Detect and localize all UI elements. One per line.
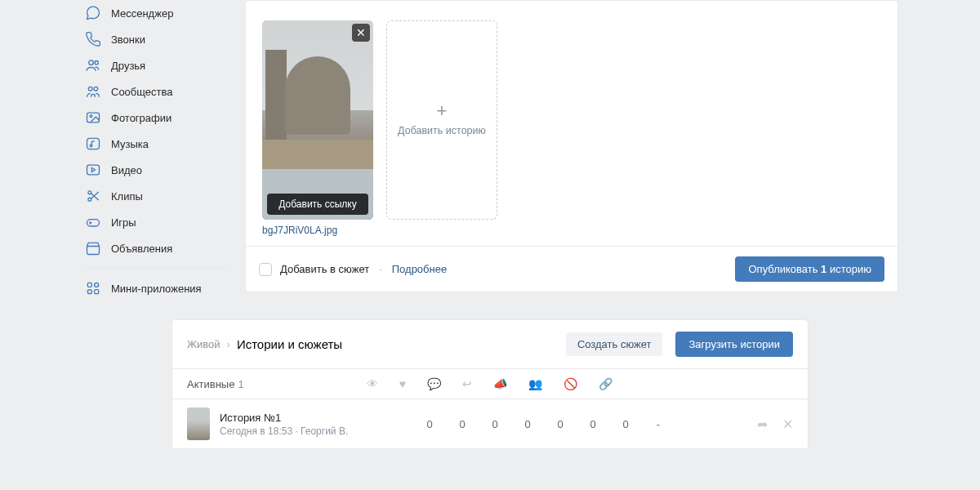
stat-likes: 0 <box>457 418 468 430</box>
chevron-right-icon: › <box>227 338 230 350</box>
add-to-plot-label: Добавить в сюжет <box>280 263 369 275</box>
publish-suffix: историю <box>826 263 871 275</box>
sidebar-item-label: Мессенджер <box>111 7 173 20</box>
remove-story-button[interactable]: ✕ <box>352 24 370 42</box>
stat-comments: 0 <box>489 418 501 430</box>
likes-icon: ♥ <box>399 377 406 390</box>
sidebar-item-market[interactable]: Объявления <box>82 235 229 261</box>
sidebar-item-label: Мини-приложения <box>111 283 202 295</box>
sidebar-item-label: Звонки <box>111 33 145 46</box>
sidebar-item-label: Музыка <box>111 138 149 150</box>
sidebar-item-friends[interactable]: Друзья <box>82 52 229 78</box>
add-story-label: Добавить историю <box>398 125 486 138</box>
svg-point-7 <box>90 145 92 147</box>
friends-icon <box>85 57 101 74</box>
sidebar-item-calls[interactable]: Звонки <box>82 26 229 52</box>
sidebar-item-games[interactable]: Игры <box>82 209 229 235</box>
svg-rect-12 <box>87 283 91 287</box>
shares-icon: 📣 <box>493 377 507 390</box>
stories-panel-header: Живой › Истории и сюжеты Создать сюжет З… <box>172 320 808 369</box>
composer-footer: Добавить в сюжет · Подробнее Опубликоват… <box>246 246 898 292</box>
svg-point-0 <box>89 60 94 65</box>
svg-rect-14 <box>87 290 91 294</box>
games-icon <box>85 214 101 230</box>
sidebar-item-label: Объявления <box>111 243 172 255</box>
sidebar-item-label: Игры <box>111 216 136 229</box>
svg-point-2 <box>88 87 92 91</box>
music-icon <box>85 136 101 152</box>
sidebar-item-communities[interactable]: Сообщества <box>82 78 229 105</box>
add-story-button[interactable]: + Добавить историю <box>386 20 497 220</box>
stat-icons: 👁 ♥ 💬 ↩ 📣 👥 🚫 🔗 <box>244 377 793 390</box>
svg-point-3 <box>94 87 98 91</box>
subscribers-icon: 👥 <box>528 377 542 390</box>
stat-views: 0 <box>424 418 435 430</box>
video-icon <box>85 162 101 178</box>
story-thumbnail[interactable]: ✕ Добавить ссылку <box>262 20 373 220</box>
comments-icon: 💬 <box>427 377 441 390</box>
stat-replies: 0 <box>522 418 533 430</box>
separator-dot: · <box>379 263 382 275</box>
sidebar-item-photos[interactable]: Фотографии <box>82 105 229 131</box>
communities-icon <box>85 83 101 100</box>
publish-button[interactable]: Опубликовать 1 историю <box>735 256 884 282</box>
story-row-stats: 0 0 0 0 0 0 0 - <box>393 418 747 430</box>
svg-point-1 <box>95 61 98 65</box>
sidebar: Мессенджер Звонки Друзья Сообщества Фото… <box>82 0 229 301</box>
breadcrumb-current: Истории и сюжеты <box>237 337 342 351</box>
more-link[interactable]: Подробнее <box>392 263 447 275</box>
sidebar-item-label: Видео <box>111 164 142 176</box>
sidebar-item-music[interactable]: Музыка <box>82 131 229 157</box>
stories-subheader: Активные 1 👁 ♥ 💬 ↩ 📣 👥 🚫 🔗 <box>172 369 808 399</box>
sidebar-item-miniapps[interactable]: Мини-приложения <box>82 275 229 301</box>
svg-point-5 <box>90 115 92 118</box>
sidebar-item-video[interactable]: Видео <box>82 157 229 183</box>
plus-icon: + <box>437 102 448 120</box>
stat-subscribers: 0 <box>587 418 599 430</box>
add-to-plot-checkbox[interactable] <box>259 263 272 276</box>
close-icon: ✕ <box>356 26 366 39</box>
svg-rect-4 <box>87 113 100 122</box>
svg-rect-11 <box>87 220 100 226</box>
miniapps-icon <box>85 280 101 296</box>
story-composer: ✕ Добавить ссылку bgJ7JRiV0LA.jpg + Доба… <box>245 0 898 292</box>
sidebar-item-label: Фотографии <box>111 112 172 124</box>
clips-icon <box>85 188 101 204</box>
sidebar-item-messenger[interactable]: Мессенджер <box>82 0 229 26</box>
hides-icon: 🚫 <box>564 377 577 390</box>
photos-icon <box>85 109 101 126</box>
stat-links: - <box>653 418 664 430</box>
sidebar-item-label: Друзья <box>111 60 145 72</box>
stat-shares: 0 <box>555 418 566 430</box>
delete-story-button[interactable]: ✕ <box>782 416 793 432</box>
sidebar-item-label: Клипы <box>111 190 143 203</box>
story-row-meta: Сегодня в 18:53 · Георгий В. <box>220 425 383 437</box>
svg-rect-8 <box>87 165 100 175</box>
svg-rect-13 <box>95 283 99 287</box>
story-row[interactable]: История №1 Сегодня в 18:53 · Георгий В. … <box>172 399 808 448</box>
share-story-button[interactable]: ➦ <box>757 416 768 432</box>
views-icon: 👁 <box>367 377 378 390</box>
story-filename[interactable]: bgJ7JRiV0LA.jpg <box>262 225 373 236</box>
active-label: Активные <box>187 378 234 390</box>
story-card: ✕ Добавить ссылку bgJ7JRiV0LA.jpg <box>262 20 373 236</box>
create-plot-button[interactable]: Создать сюжет <box>566 332 663 356</box>
sidebar-divider <box>82 268 229 269</box>
add-link-button[interactable]: Добавить ссылку <box>267 194 368 215</box>
breadcrumb-root[interactable]: Живой <box>187 338 220 350</box>
upload-stories-button[interactable]: Загрузить истории <box>675 332 793 357</box>
story-row-thumbnail <box>187 408 210 440</box>
sidebar-item-label: Сообщества <box>111 86 173 98</box>
stories-panel: Живой › Истории и сюжеты Создать сюжет З… <box>172 319 808 449</box>
calls-icon <box>85 31 101 47</box>
svg-rect-15 <box>95 290 99 294</box>
svg-rect-6 <box>87 138 100 149</box>
story-row-title: История №1 <box>220 412 383 424</box>
messenger-icon <box>85 5 101 21</box>
link-clicks-icon: 🔗 <box>599 377 612 390</box>
add-link-label: Добавить ссылку <box>278 198 356 210</box>
replies-icon: ↩ <box>462 377 472 390</box>
sidebar-item-clips[interactable]: Клипы <box>82 183 229 209</box>
stat-hides: 0 <box>620 418 631 430</box>
publish-prefix: Опубликовать <box>748 263 821 275</box>
